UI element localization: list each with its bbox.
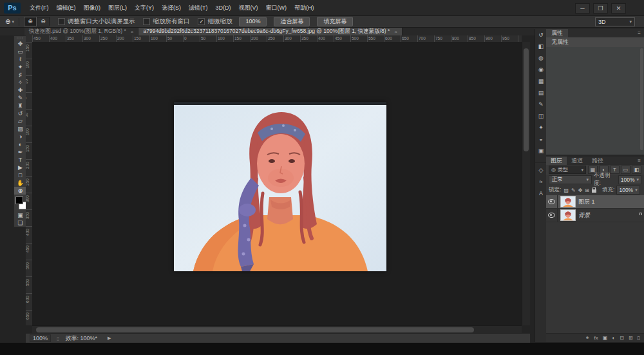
zoom-tool[interactable]: ⊕ bbox=[14, 187, 26, 195]
opacity-field[interactable]: 100% ▾ bbox=[618, 175, 641, 184]
color-swatches[interactable] bbox=[15, 196, 26, 210]
lock-artboard-icon[interactable]: ⊞ bbox=[585, 187, 589, 193]
history-brush-tool[interactable]: ↺ bbox=[14, 110, 26, 117]
menu-item[interactable]: 图像(I) bbox=[80, 0, 105, 15]
window-close-button[interactable]: ✕ bbox=[611, 3, 626, 14]
canvas-image[interactable] bbox=[174, 102, 386, 271]
window-restore-button[interactable]: ❐ bbox=[593, 3, 608, 14]
resize-windows-to-fit-checkbox[interactable]: 调整窗口大小以满屏显示 bbox=[58, 17, 135, 26]
new-adjustment-layer-icon[interactable]: ◐ bbox=[612, 335, 615, 341]
lock-transparent-pixels-icon[interactable]: ▨ bbox=[564, 187, 569, 193]
document-tab[interactable]: a7994d9bd292f6d2c3237118370167027debec9a… bbox=[138, 28, 402, 35]
new-layer-icon[interactable]: ⊞ bbox=[629, 335, 633, 341]
dock-history-icon[interactable]: ↺ bbox=[535, 29, 547, 41]
scrubby-zoom-checkbox[interactable]: ✓细微缩放 bbox=[198, 17, 232, 26]
menu-item[interactable]: 文件(F) bbox=[26, 0, 53, 15]
visibility-toggle[interactable] bbox=[546, 195, 558, 208]
menu-item[interactable]: 选择(S) bbox=[158, 0, 185, 15]
tab-properties[interactable]: 属性 bbox=[546, 29, 568, 37]
brush-tool[interactable]: ✎ bbox=[14, 94, 26, 102]
dock-styles-icon[interactable]: ◍ bbox=[535, 52, 547, 64]
dock-glyphs-icon[interactable]: ≈ bbox=[535, 176, 547, 187]
lock-image-pixels-icon[interactable]: ✎ bbox=[571, 187, 576, 193]
window-minimize-button[interactable]: ─ bbox=[575, 3, 590, 14]
properties-scrollbar[interactable] bbox=[640, 48, 643, 150]
menu-item[interactable]: 窗口(W) bbox=[262, 0, 291, 15]
new-group-icon[interactable]: ⊟ bbox=[620, 335, 624, 341]
dock-notes-icon[interactable]: ▣ bbox=[535, 145, 547, 157]
menu-item[interactable]: 帮助(H) bbox=[290, 0, 318, 15]
gradient-tool[interactable]: ▨ bbox=[14, 125, 26, 133]
dock-info-icon[interactable]: ◉ bbox=[535, 64, 547, 75]
rectangle-shape-tool[interactable]: □ bbox=[14, 171, 26, 179]
panel-grip[interactable] bbox=[17, 37, 24, 39]
link-layers-icon[interactable]: ⚭ bbox=[585, 335, 590, 341]
horizontal-scrollbar-thumb[interactable] bbox=[36, 327, 474, 332]
layer-style-icon[interactable]: fx bbox=[594, 335, 598, 341]
lasso-tool[interactable]: ℓ bbox=[14, 55, 26, 63]
layer-row[interactable]: 图层 1 bbox=[546, 195, 644, 209]
foreground-color-swatch[interactable] bbox=[15, 197, 23, 204]
hand-tool[interactable]: ✋ bbox=[14, 179, 26, 187]
dock-timeline-icon[interactable]: ◒ bbox=[535, 133, 547, 145]
filter-shape-layers-icon[interactable]: ▭ bbox=[621, 166, 630, 174]
menu-item[interactable]: 图层(L) bbox=[104, 0, 131, 15]
zoom-100-button[interactable]: 100% bbox=[239, 17, 267, 26]
visibility-toggle[interactable] bbox=[546, 209, 558, 222]
tab-通道[interactable]: 通道 bbox=[567, 157, 587, 165]
workspace-switcher[interactable]: 3D ▾ bbox=[595, 17, 635, 26]
filter-kind-dropdown[interactable]: ◎ 类型 ▾ bbox=[549, 166, 586, 174]
tab-路径[interactable]: 路径 bbox=[587, 157, 608, 165]
fill-screen-button[interactable]: 填充屏幕 bbox=[317, 17, 353, 26]
zoom-all-windows-checkbox[interactable]: 缩放所有窗口 bbox=[143, 17, 189, 26]
pen-tool[interactable]: ✒ bbox=[14, 148, 26, 156]
menu-item[interactable]: 滤镜(T) bbox=[185, 0, 212, 15]
tab-图层[interactable]: 图层 bbox=[546, 157, 567, 165]
zoom-in-button[interactable]: ⊕ bbox=[24, 17, 37, 26]
move-tool[interactable]: ✥ bbox=[14, 40, 26, 48]
spot-healing-brush-tool[interactable]: ✚ bbox=[14, 86, 26, 94]
path-selection-tool[interactable]: ▶ bbox=[14, 164, 26, 171]
rectangular-marquee-tool[interactable]: ▭ bbox=[14, 48, 26, 55]
active-tool-badge[interactable]: ⊕ ▾ bbox=[5, 18, 14, 25]
fill-field[interactable]: 100% ▾ bbox=[616, 186, 639, 195]
lock-all-icon[interactable] bbox=[592, 189, 596, 193]
menu-item[interactable]: 视图(V) bbox=[235, 0, 262, 15]
dock-navigator-icon[interactable]: ✦ bbox=[535, 122, 547, 133]
blend-mode-select[interactable]: 正常 ▾ bbox=[549, 175, 592, 184]
dock-adjustments-icon[interactable]: ◧ bbox=[535, 41, 547, 52]
dock-3d-icon[interactable]: ◇ bbox=[535, 164, 547, 176]
panel-menu-icon[interactable]: ≡ bbox=[638, 158, 641, 164]
clone-stamp-tool[interactable]: ♜ bbox=[14, 102, 26, 110]
document-tab[interactable]: 快速抠图.psd @ 100%(图层 1, RGB/8) *× bbox=[24, 28, 138, 35]
panel-menu-icon[interactable]: ≡ bbox=[638, 29, 641, 37]
eyedropper-tool[interactable]: ✧ bbox=[14, 79, 26, 86]
zoom-out-button[interactable]: ⊖ bbox=[37, 17, 50, 26]
dock-clone-source-icon[interactable]: ◫ bbox=[535, 110, 547, 122]
eraser-tool[interactable]: ▱ bbox=[14, 117, 26, 125]
tab-close-icon[interactable]: × bbox=[131, 29, 134, 35]
dock-brush-settings-icon[interactable]: ✎ bbox=[535, 99, 547, 110]
crop-tool[interactable]: ♯ bbox=[14, 71, 26, 79]
fit-screen-button[interactable]: 适合屏幕 bbox=[274, 17, 310, 26]
vertical-scrollbar[interactable] bbox=[522, 42, 530, 325]
layer-row[interactable]: 背景 bbox=[546, 209, 644, 222]
menu-item[interactable]: 3D(D) bbox=[212, 0, 235, 15]
add-layer-mask-icon[interactable]: ▣ bbox=[603, 335, 608, 341]
status-menu-arrow-icon[interactable]: ▶ bbox=[108, 336, 111, 341]
blur-tool[interactable]: ◑ bbox=[14, 133, 26, 140]
dock-character-icon[interactable]: A bbox=[535, 187, 547, 199]
vertical-scrollbar-thumb[interactable] bbox=[524, 48, 529, 151]
menu-item[interactable]: 编辑(E) bbox=[53, 0, 80, 15]
horizontal-type-tool[interactable]: T bbox=[14, 156, 26, 164]
lock-position-icon[interactable]: ✥ bbox=[578, 187, 583, 193]
quick-mask-mode-button[interactable]: ▣ bbox=[14, 211, 26, 219]
dock-color-icon[interactable]: ▦ bbox=[535, 75, 547, 87]
menu-item[interactable]: 文字(Y) bbox=[131, 0, 158, 15]
quick-selection-tool[interactable]: ✦ bbox=[14, 63, 26, 71]
screen-mode-button[interactable]: ❏ bbox=[14, 219, 26, 227]
dodge-tool[interactable]: ◐ bbox=[14, 140, 26, 148]
dock-swatches-icon[interactable]: ▤ bbox=[535, 87, 547, 99]
status-zoom-field[interactable]: 100% bbox=[30, 334, 51, 342]
tab-close-icon[interactable]: × bbox=[394, 29, 397, 35]
